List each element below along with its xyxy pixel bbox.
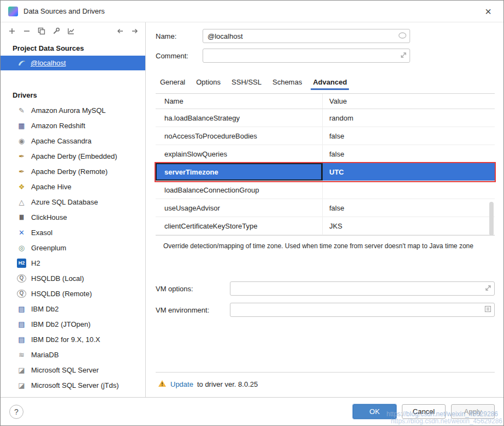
column-header-name[interactable]: Name	[156, 94, 323, 109]
driver-update-notice: Update to driver ver. 8.0.25	[156, 372, 495, 397]
apache-derby-icon: ✒	[17, 167, 26, 176]
property-value: UTC	[323, 163, 495, 181]
comment-input[interactable]	[203, 49, 410, 63]
sidebar-item-apache-hive[interactable]: ❖Apache Hive	[1, 179, 145, 194]
sidebar-item-ibm-db2-jtopen[interactable]: ▤IBM Db2 (JTOpen)	[1, 316, 145, 332]
apply-button[interactable]: Apply	[451, 404, 495, 419]
ibm-db2-icon: ▤	[17, 304, 26, 314]
tab-ssh-ssl[interactable]: SSH/SSL	[227, 76, 266, 90]
expand-icon[interactable]	[400, 51, 407, 61]
table-row[interactable]: ha.loadBalanceStrategy random	[156, 109, 495, 127]
driver-label: HSQLDB (Remote)	[31, 290, 92, 298]
column-header-value[interactable]: Value	[323, 94, 495, 109]
property-value: random	[323, 109, 495, 127]
table-row[interactable]: loadBalanceConnectionGroup	[156, 181, 495, 199]
driver-label: Microsoft SQL Server (jTds)	[31, 381, 119, 389]
vm-environment-input[interactable]	[230, 303, 495, 317]
dialog-footer: ? OK Cancel Apply	[1, 397, 503, 425]
driver-label: MariaDB	[31, 351, 59, 359]
sidebar-item-ibm-db2[interactable]: ▤IBM Db2	[1, 301, 145, 316]
tab-schemas[interactable]: Schemas	[268, 76, 306, 90]
property-name: loadBalanceConnectionGroup	[156, 181, 323, 199]
datasource-label: @localhost	[31, 59, 66, 67]
wrench-icon[interactable]	[52, 27, 60, 35]
comment-label: Comment:	[156, 52, 203, 60]
table-row[interactable]: clientCertificateKeyStoreType JKS	[156, 217, 495, 235]
property-value: JKS	[323, 217, 495, 235]
sidebar: Project Data Sources @localhost Drivers …	[1, 22, 146, 397]
forward-arrow-icon[interactable]	[131, 27, 139, 35]
sidebar-item-localhost[interactable]: @localhost	[1, 56, 145, 70]
close-icon[interactable]: ×	[481, 6, 496, 17]
table-header-row: Name Value	[156, 94, 495, 109]
property-value: false	[323, 145, 495, 163]
variables-list-icon[interactable]	[484, 305, 491, 315]
ibm-db2-icon: ▤	[17, 335, 26, 344]
sidebar-toolbar	[1, 22, 145, 40]
driver-label: IBM Db2 for 9.X, 10.X	[31, 335, 100, 344]
sidebar-item-h2[interactable]: H2H2	[1, 255, 145, 271]
table-row[interactable]: explainSlowQueries false	[156, 145, 495, 163]
cancel-button[interactable]: Cancel	[402, 404, 446, 419]
table-scrollbar[interactable]	[489, 202, 494, 236]
vm-options-row: VM options:	[156, 281, 495, 296]
back-arrow-icon[interactable]	[116, 27, 124, 35]
property-name: serverTimezone	[156, 163, 323, 181]
name-input[interactable]	[203, 29, 410, 43]
driver-label: IBM Db2 (JTOpen)	[31, 320, 91, 328]
driver-label: Apache Derby (Remote)	[31, 167, 108, 176]
property-value: false	[323, 127, 495, 145]
sidebar-item-mariadb[interactable]: ≋MariaDB	[1, 347, 145, 362]
settings-tabs: General Options SSH/SSL Schemas Advanced	[156, 76, 495, 90]
tab-advanced[interactable]: Advanced	[309, 76, 351, 90]
property-name: noAccessToProcedureBodies	[156, 127, 323, 145]
sidebar-item-exasol[interactable]: ✕Exasol	[1, 225, 145, 240]
sidebar-item-amazon-aurora-mysql[interactable]: ✎Amazon Aurora MySQL	[1, 103, 145, 118]
tab-options[interactable]: Options	[192, 76, 225, 90]
duplicate-icon[interactable]	[38, 27, 45, 35]
sidebar-item-greenplum[interactable]: ◎Greenplum	[1, 240, 145, 255]
sidebar-item-ibm-db2-9x-10x[interactable]: ▤IBM Db2 for 9.X, 10.X	[1, 332, 145, 347]
driver-label: Exasol	[31, 229, 52, 237]
table-row[interactable]: noAccessToProcedureBodies false	[156, 127, 495, 145]
diagram-icon[interactable]	[67, 27, 75, 35]
remove-icon[interactable]	[23, 27, 31, 35]
sidebar-item-hsqldb-local[interactable]: QHSQLDB (Local)	[1, 271, 145, 286]
driver-label: Greenplum	[31, 244, 66, 252]
vm-options-input[interactable]	[230, 281, 495, 296]
ibm-db2-icon: ▤	[17, 320, 26, 329]
microsoft-sql-server-icon: ◪	[17, 381, 26, 390]
table-row[interactable]: useUsageAdvisor false	[156, 199, 495, 217]
sidebar-item-apache-derby-embedded[interactable]: ✒Apache Derby (Embedded)	[1, 148, 145, 164]
sidebar-item-clickhouse[interactable]: ⅢClickHouse	[1, 209, 145, 225]
sidebar-item-amazon-redshift[interactable]: ▦Amazon Redshift	[1, 118, 145, 133]
apache-cassandra-icon: ◉	[17, 136, 26, 146]
property-name: clientCertificateKeyStoreType	[156, 217, 323, 235]
window-title: Data Sources and Drivers	[23, 7, 105, 15]
sidebar-item-apache-cassandra[interactable]: ◉Apache Cassandra	[1, 133, 145, 148]
vm-environment-row: VM environment:	[156, 303, 495, 317]
sidebar-item-azure-sql-database[interactable]: △Azure SQL Database	[1, 194, 145, 209]
expand-icon[interactable]	[485, 284, 491, 293]
connection-indicator-icon	[398, 31, 407, 41]
table-row-servertimezone-selected[interactable]: serverTimezone UTC	[156, 163, 495, 181]
hsqldb-icon: Q	[17, 274, 26, 283]
datagrip-app-icon	[8, 7, 18, 16]
sidebar-item-hsqldb-remote[interactable]: QHSQLDB (Remote)	[1, 286, 145, 301]
help-button[interactable]: ?	[9, 405, 23, 419]
update-driver-link[interactable]: Update	[170, 380, 193, 388]
driver-label: Apache Cassandra	[31, 137, 92, 145]
project-data-sources-header: Project Data Sources	[1, 40, 145, 56]
h2-icon: H2	[17, 259, 26, 268]
vm-environment-label: VM environment:	[156, 306, 230, 314]
property-name: ha.loadBalanceStrategy	[156, 109, 323, 127]
sidebar-item-microsoft-sql-server-jtds[interactable]: ◪Microsoft SQL Server (jTds)	[1, 377, 145, 393]
sidebar-item-apache-derby-remote[interactable]: ✒Apache Derby (Remote)	[1, 164, 145, 179]
add-icon[interactable]	[8, 27, 16, 35]
ok-button[interactable]: OK	[353, 404, 396, 419]
tab-general[interactable]: General	[156, 76, 189, 90]
greenplum-icon: ◎	[17, 243, 26, 253]
mariadb-icon: ≋	[17, 350, 26, 359]
sources-tree: Project Data Sources @localhost Drivers …	[1, 40, 145, 397]
sidebar-item-microsoft-sql-server[interactable]: ◪Microsoft SQL Server	[1, 362, 145, 377]
